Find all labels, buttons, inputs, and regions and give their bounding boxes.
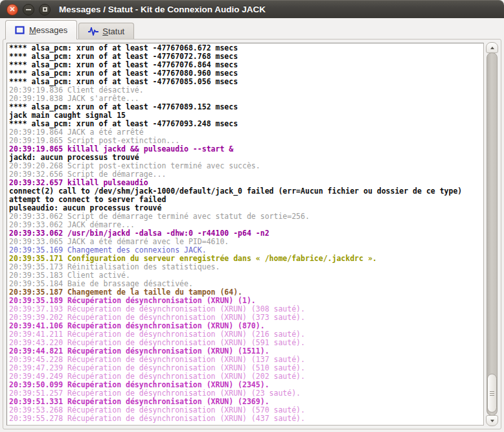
tab-messages-label: Messages [29, 25, 67, 35]
window-title: Messages / Statut - Kit de Connexion Aud… [59, 5, 266, 14]
arrow-up-icon [490, 47, 494, 49]
maximize-button[interactable] [39, 4, 51, 16]
scrollbar-thumb[interactable] [487, 374, 497, 413]
thumb-grip-icon [490, 393, 494, 394]
vertical-scrollbar[interactable] [486, 42, 498, 426]
scroll-up-button[interactable] [486, 42, 498, 53]
maximize-icon [43, 7, 47, 12]
messages-frame: **** alsa_pcm: xrun of at least -4776706… [3, 39, 501, 429]
tab-statut-label: Statut [102, 27, 124, 36]
status-waveform-icon [88, 27, 98, 36]
log-line: 20:39:55.278 Récupération de désynchroni… [9, 415, 481, 423]
scroll-down-button[interactable] [486, 415, 498, 426]
arrow-down-icon [490, 420, 494, 422]
thumb-grip-icon [490, 391, 494, 392]
thumb-grip-icon [490, 395, 494, 396]
minimize-button[interactable] [23, 4, 34, 16]
minimize-icon [26, 9, 31, 10]
tab-messages[interactable]: Messages [5, 20, 77, 40]
titlebar: ✕ Messages / Statut - Kit de Connexion A… [0, 0, 504, 18]
tab-bar: Messages Statut [0, 19, 504, 40]
close-button[interactable]: ✕ [6, 4, 18, 16]
window-controls: ✕ [6, 4, 51, 16]
tab-statut[interactable]: Statut [78, 23, 134, 40]
messages-log-view[interactable]: **** alsa_pcm: xrun of at least -4776706… [6, 43, 484, 426]
scrollbar-trough[interactable] [487, 52, 498, 416]
messages-icon [15, 26, 25, 34]
